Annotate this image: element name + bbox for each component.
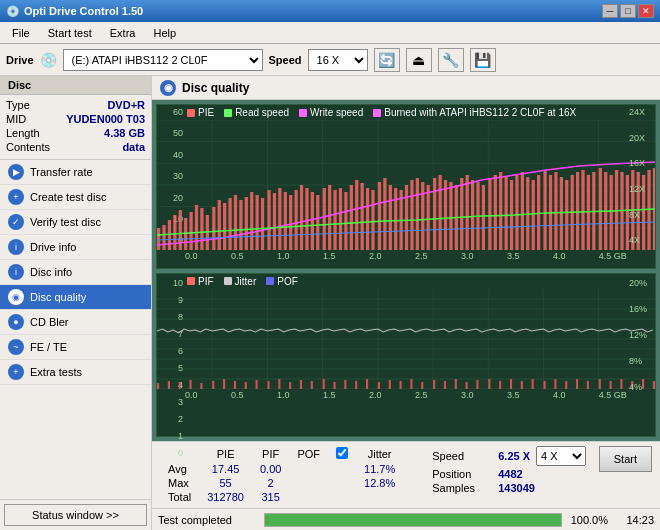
- status-window-button[interactable]: Status window >>: [4, 504, 147, 526]
- sidebar-item-label: CD Bler: [30, 316, 69, 328]
- legend-jitter-dot: [224, 277, 232, 285]
- sidebar-item-label: Create test disc: [30, 191, 106, 203]
- svg-rect-50: [344, 192, 347, 250]
- svg-rect-135: [267, 381, 269, 389]
- app-title: Opti Drive Control 1.50: [24, 5, 143, 17]
- disc-length-val: 4.38 GB: [104, 127, 145, 139]
- legend-jitter: Jitter: [224, 276, 257, 287]
- svg-rect-28: [223, 203, 226, 250]
- disc-length-row: Length 4.38 GB: [6, 127, 145, 139]
- maximize-button[interactable]: □: [620, 4, 636, 18]
- stats-total-pif: 315: [252, 490, 289, 504]
- eject-button[interactable]: ⏏: [406, 48, 432, 72]
- svg-rect-139: [311, 381, 313, 389]
- svg-rect-22: [189, 212, 192, 250]
- svg-rect-79: [505, 177, 508, 250]
- menu-help[interactable]: Help: [145, 25, 184, 41]
- svg-rect-44: [311, 192, 314, 250]
- disc-quality-title: Disc quality: [182, 81, 249, 95]
- sidebar-item-verify-test-disc[interactable]: ✓ Verify test disc: [0, 210, 151, 235]
- stats-speed-row: Speed 6.25 X 4 X: [432, 446, 586, 466]
- disc-length-key: Length: [6, 127, 40, 139]
- sidebar-item-disc-quality[interactable]: ◉ Disc quality: [0, 285, 151, 310]
- sidebar-item-fe-te[interactable]: ~ FE / TE: [0, 335, 151, 360]
- stats-header-jitter: Jitter: [356, 446, 403, 462]
- svg-rect-152: [455, 379, 457, 389]
- svg-rect-19: [173, 215, 176, 250]
- svg-rect-156: [499, 381, 501, 389]
- svg-rect-17: [162, 225, 165, 250]
- svg-rect-159: [532, 379, 534, 389]
- svg-rect-31: [239, 200, 242, 250]
- svg-rect-140: [323, 379, 325, 389]
- svg-rect-151: [444, 381, 446, 389]
- settings-button[interactable]: 🔧: [438, 48, 464, 72]
- sidebar-item-cd-bler[interactable]: ● CD Bler: [0, 310, 151, 335]
- legend-pof-dot: [266, 277, 274, 285]
- sidebar-item-create-test-disc[interactable]: + Create test disc: [0, 185, 151, 210]
- sidebar-item-label: Disc info: [30, 266, 72, 278]
- refresh-button[interactable]: 🔄: [374, 48, 400, 72]
- svg-rect-65: [427, 185, 430, 250]
- chart1-y-axis-right: 24X 20X 16X 12X 8X 4X: [627, 105, 655, 248]
- start-button[interactable]: Start: [599, 446, 652, 472]
- save-button[interactable]: 💾: [470, 48, 496, 72]
- legend-pif-label: PIF: [198, 276, 214, 287]
- sidebar-item-drive-info[interactable]: i Drive info: [0, 235, 151, 260]
- stats-row-total: Total 312780 315: [160, 490, 403, 504]
- chart1-legend: PIE Read speed Write speed Burned with A…: [157, 105, 655, 120]
- close-button[interactable]: ✕: [638, 4, 654, 18]
- titlebar-controls: ─ □ ✕: [602, 4, 654, 18]
- legend-jitter-label: Jitter: [235, 276, 257, 287]
- create-test-disc-icon: +: [8, 189, 24, 205]
- svg-rect-92: [576, 172, 579, 250]
- svg-rect-16: [157, 228, 160, 250]
- speed-select[interactable]: 16 X: [308, 49, 368, 71]
- stats-row-max: Max 55 2 12.8%: [160, 476, 403, 490]
- stats-avg-label: Avg: [160, 462, 199, 476]
- svg-rect-136: [278, 379, 280, 389]
- drive-row: Drive 💿 (E:) ATAPI iHBS112 2 CL0F Speed …: [0, 44, 660, 76]
- minimize-button[interactable]: ─: [602, 4, 618, 18]
- stats-position-label: Position: [432, 468, 492, 480]
- menu-file[interactable]: File: [4, 25, 38, 41]
- sidebar-item-transfer-rate[interactable]: ▶ Transfer rate: [0, 160, 151, 185]
- legend-pof: POF: [266, 276, 298, 287]
- svg-rect-146: [389, 380, 391, 389]
- legend-read-speed: Read speed: [224, 107, 289, 118]
- disc-info-icon: i: [8, 264, 24, 280]
- chart1-svg: [157, 120, 655, 250]
- disc-contents-row: Contents data: [6, 141, 145, 153]
- stats-header-pof: POF: [289, 446, 328, 462]
- legend-pif-dot: [187, 277, 195, 285]
- svg-rect-144: [366, 379, 368, 389]
- stats-speed-val: 6.25 X: [498, 450, 530, 462]
- svg-rect-29: [228, 198, 231, 250]
- drive-select[interactable]: (E:) ATAPI iHBS112 2 CL0F: [63, 49, 263, 71]
- sidebar-item-disc-info[interactable]: i Disc info: [0, 260, 151, 285]
- menu-start-test[interactable]: Start test: [40, 25, 100, 41]
- sidebar-item-extra-tests[interactable]: + Extra tests: [0, 360, 151, 385]
- sidebar-item-label: Drive info: [30, 241, 76, 253]
- svg-rect-63: [416, 178, 419, 250]
- fe-te-icon: ~: [8, 339, 24, 355]
- chart-pif: PIF Jitter POF 10 9 8: [156, 273, 656, 438]
- svg-rect-133: [245, 382, 247, 389]
- svg-rect-23: [195, 205, 198, 250]
- jitter-checkbox[interactable]: [336, 447, 348, 459]
- disc-type-val: DVD+R: [107, 99, 145, 111]
- svg-rect-131: [223, 379, 225, 389]
- svg-rect-126: [168, 381, 170, 389]
- svg-rect-86: [543, 170, 546, 250]
- svg-rect-167: [620, 379, 622, 389]
- charts-container: PIE Read speed Write speed Burned with A…: [152, 100, 660, 441]
- svg-rect-149: [421, 382, 423, 389]
- legend-write-speed-label: Write speed: [310, 107, 363, 118]
- svg-rect-154: [476, 380, 478, 389]
- svg-rect-132: [234, 381, 236, 389]
- svg-rect-33: [250, 192, 253, 250]
- menu-extra[interactable]: Extra: [102, 25, 144, 41]
- stats-speed-select[interactable]: 4 X: [536, 446, 586, 466]
- svg-rect-61: [405, 185, 408, 250]
- stats-header-jitter-check: [328, 446, 356, 462]
